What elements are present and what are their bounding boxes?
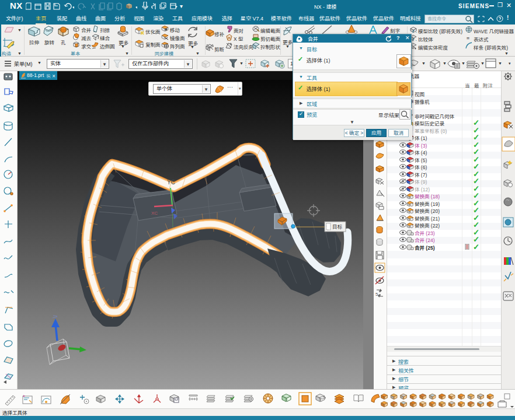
- svg-text:YC: YC: [167, 179, 175, 186]
- svg-text:5: 5: [375, 292, 378, 297]
- svg-text:目标: 目标: [332, 224, 343, 230]
- svg-text:XC: XC: [151, 211, 158, 216]
